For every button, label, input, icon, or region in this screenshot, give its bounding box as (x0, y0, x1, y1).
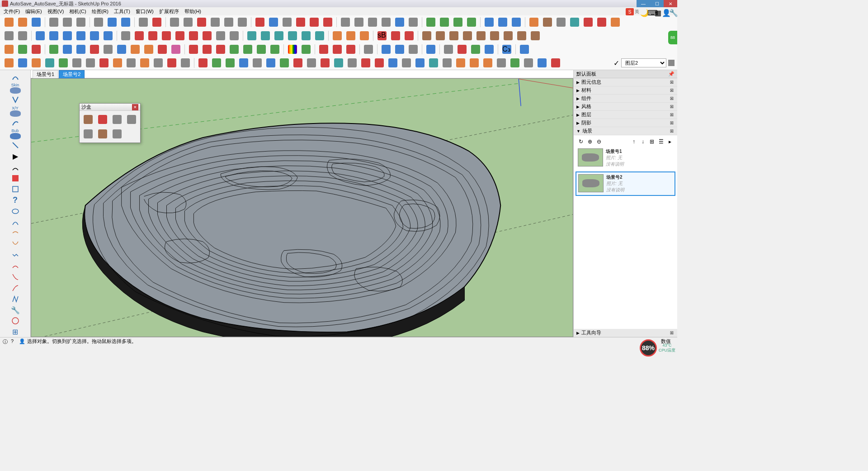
face-10[interactable] (170, 43, 182, 55)
sandbox-title-bar[interactable]: 沙盒 ✕ (80, 104, 140, 111)
side-widget[interactable]: 88 (668, 31, 677, 44)
scene-refresh-button[interactable]: ↻ (577, 138, 585, 145)
pushpull-button[interactable] (254, 16, 266, 28)
r4-3[interactable] (30, 57, 42, 69)
r4-30[interactable] (400, 57, 413, 69)
section-styles[interactable]: ▶ 风格 ☒ (574, 103, 677, 111)
xy-tool[interactable]: X/Y (4, 106, 27, 117)
section-components[interactable]: ▶ 组件 ☒ (574, 95, 677, 103)
r4-6[interactable] (71, 57, 83, 69)
r4-29[interactable] (387, 57, 399, 69)
follow-button[interactable] (267, 16, 280, 28)
ext3-3[interactable] (214, 43, 227, 55)
axes-button[interactable] (393, 16, 406, 28)
z-1[interactable] (483, 43, 495, 55)
tapemeasure-button[interactable] (339, 16, 352, 28)
freehand-button[interactable] (195, 16, 208, 28)
menu-view[interactable]: 视图(V) (45, 8, 67, 15)
maximize-button[interactable]: ☐ (650, 0, 664, 7)
r4-22[interactable] (292, 57, 304, 69)
r4-8[interactable] (98, 57, 110, 69)
skin-tool[interactable]: Skin (4, 83, 27, 94)
scene-moveup-button[interactable]: ↑ (630, 138, 637, 145)
sandbox-detail-button[interactable] (96, 127, 109, 141)
r4-25[interactable] (332, 57, 345, 69)
r4-40[interactable] (536, 57, 548, 69)
sectiondisplay-button[interactable] (344, 30, 357, 42)
scene-tab-2[interactable]: 场景号2 (59, 70, 85, 78)
r4-1[interactable] (3, 57, 15, 69)
r4-19[interactable] (251, 57, 264, 69)
moon-icon[interactable]: 🌙 (640, 9, 646, 15)
question-tool[interactable]: ? (9, 195, 22, 205)
zigzag2-tool[interactable] (9, 294, 22, 304)
section-close-icon[interactable]: ☒ (669, 120, 675, 126)
move-tool-button[interactable] (133, 30, 146, 42)
scene-tab-1[interactable]: 场景号1 (33, 70, 58, 78)
r4-32[interactable] (427, 57, 440, 69)
ime-brand-icon[interactable]: S (626, 8, 634, 15)
minimize-button[interactable]: — (637, 0, 650, 7)
ext3-1[interactable] (187, 43, 200, 55)
text-button[interactable] (380, 16, 392, 28)
r4-38[interactable] (509, 57, 521, 69)
circle-button[interactable] (222, 16, 235, 28)
fredo-8[interactable] (515, 30, 528, 42)
intersect-button[interactable] (228, 30, 241, 42)
panel-pin-icon[interactable]: 📌 (668, 71, 675, 77)
wave-1[interactable] (380, 43, 392, 55)
red-square-tool[interactable] (9, 173, 22, 183)
new-file-button[interactable] (3, 16, 15, 28)
ext3-button[interactable] (609, 16, 622, 28)
r4-26[interactable] (346, 57, 359, 69)
solid-tools-2[interactable] (259, 30, 272, 42)
zoom-button[interactable] (452, 16, 464, 28)
get-models-button[interactable] (568, 16, 581, 28)
outer-shell-button[interactable] (214, 30, 227, 42)
oval-tool[interactable] (9, 206, 22, 216)
wrench-icon[interactable]: 🔧 (669, 9, 675, 15)
r4-35[interactable] (468, 57, 481, 69)
print-button[interactable] (137, 16, 150, 28)
face-7[interactable] (129, 43, 142, 55)
top-button[interactable] (47, 30, 60, 42)
face-3[interactable] (75, 43, 87, 55)
layer-color-swatch[interactable] (668, 60, 675, 66)
boxes-tool[interactable]: ⊞ (9, 327, 22, 337)
arc-tool-3[interactable] (9, 118, 22, 128)
section-entity-info[interactable]: ▶ 图元信息 ☒ (574, 78, 677, 86)
follow2-button[interactable] (187, 30, 200, 42)
line-draw-tool[interactable] (9, 140, 22, 150)
offset2-button[interactable] (201, 30, 213, 42)
ext-sb-button[interactable]: sB (376, 30, 388, 42)
vf-button[interactable] (518, 43, 531, 55)
fredo-2[interactable] (434, 30, 447, 42)
arc5-tool[interactable] (9, 239, 22, 249)
zoomextents-button[interactable] (465, 16, 478, 28)
scene-item-1[interactable]: 场景号1 照片: 无 没有说明 (576, 146, 675, 170)
color-bar[interactable] (286, 43, 299, 55)
section-layers[interactable]: ▶ 图层 ☒ (574, 111, 677, 119)
menu-help[interactable]: 帮助(H) (182, 8, 204, 15)
section-materials[interactable]: ▶ 材料 ☒ (574, 86, 677, 95)
menu-extensions[interactable]: 扩展程序 (156, 8, 182, 15)
3dtext-button[interactable] (407, 16, 420, 28)
scene-movedown-button[interactable]: ↓ (639, 138, 646, 145)
scene-add-button[interactable]: ⊕ (586, 138, 594, 145)
menu-edit[interactable]: 编辑(E) (23, 8, 45, 15)
section-close-icon[interactable]: ☒ (669, 112, 675, 118)
front-button[interactable] (61, 30, 74, 42)
sandbox-contours-button[interactable] (81, 113, 95, 126)
arc8-tool[interactable] (9, 283, 22, 293)
r4-17[interactable] (224, 57, 236, 69)
r4-5[interactable] (57, 57, 70, 69)
arc-tool-button[interactable] (182, 16, 194, 28)
redo-button[interactable] (119, 16, 132, 28)
r4-2[interactable] (16, 57, 29, 69)
r4-14[interactable] (179, 57, 192, 69)
r4-4[interactable] (43, 57, 56, 69)
lookaround-button[interactable] (496, 16, 509, 28)
shield-button[interactable] (3, 43, 15, 55)
rotate-button[interactable] (308, 16, 321, 28)
r4-16[interactable] (210, 57, 223, 69)
